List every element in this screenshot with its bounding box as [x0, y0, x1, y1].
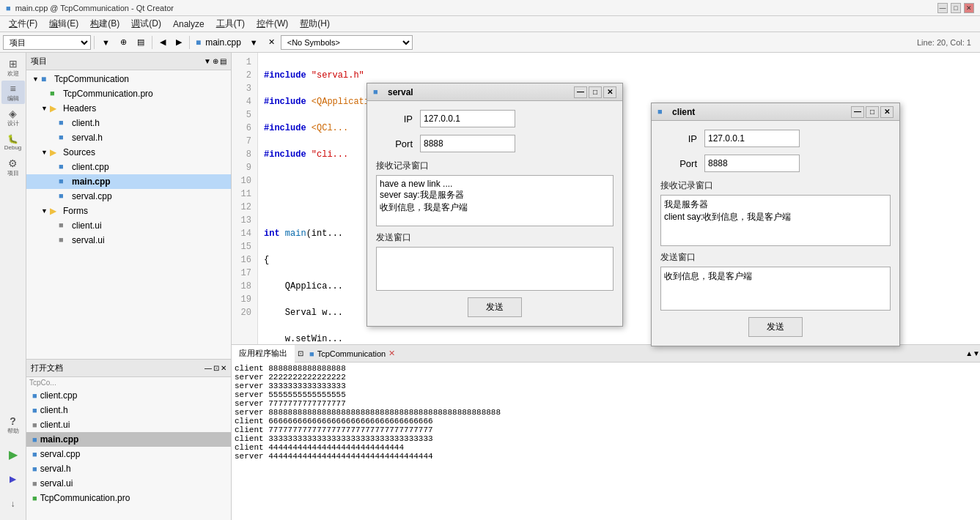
sidebar-layout-btn[interactable]: ▤: [220, 57, 226, 65]
client-send-textarea[interactable]: 收到信息，我是客户端: [660, 267, 891, 311]
menu-analyze[interactable]: Analyze: [167, 18, 210, 31]
tree-item-servalcpp[interactable]: ■ serval.cpp: [26, 189, 231, 204]
tree-item-clientcpp[interactable]: ■ client.cpp: [26, 160, 231, 174]
docs-clienth[interactable]: ■ client.h: [26, 403, 231, 417]
client-port-input[interactable]: [704, 155, 800, 172]
step-button[interactable]: ↓: [1, 492, 25, 516]
minimize-button[interactable]: —: [937, 3, 948, 13]
layout-button[interactable]: ▤: [133, 36, 149, 48]
output-panel: 应用程序输出 ⊡ ■ TcpCommunication ✕ ▲ ▼ client…: [232, 344, 980, 520]
title-text: main.cpp @ TcpCommunication - Qt Creator: [15, 4, 174, 12]
tab-dropdown-button[interactable]: ▼: [246, 37, 262, 48]
client-send-button[interactable]: 发送: [748, 317, 803, 337]
client-close-btn[interactable]: ✕: [880, 106, 894, 118]
docs-servalui-label: serval.ui: [40, 478, 73, 489]
client-dialog-title[interactable]: ■ client — □ ✕: [652, 103, 899, 121]
process-tab[interactable]: ■ TcpCommunication ✕: [309, 349, 395, 358]
docs-servalh[interactable]: ■ serval.h: [26, 461, 231, 476]
symbol-combo[interactable]: <No Symbols>: [281, 35, 413, 50]
tree-item-servalh[interactable]: ■ serval.h: [26, 130, 231, 145]
menu-build[interactable]: 构建(B): [84, 16, 125, 31]
forward-button[interactable]: ▶: [172, 36, 186, 48]
tree-item-servalui[interactable]: ■ serval.ui: [26, 233, 231, 248]
serval-title-icon: ■: [373, 87, 385, 97]
back-button[interactable]: ◀: [155, 36, 170, 48]
serval-minimize-btn[interactable]: —: [574, 86, 587, 98]
client-send-label: 发送窗口: [660, 251, 891, 264]
output-scroll-dn[interactable]: ▼: [973, 349, 980, 357]
serval-port-row: Port: [376, 135, 614, 152]
client-dialog-body: IP Port 接收记录窗口 我是服务器 client say:收到信息，我是客…: [652, 121, 899, 346]
tree-item-pro[interactable]: ■ TcpCommunication.pro: [26, 86, 231, 101]
maximize-button[interactable]: □: [951, 3, 961, 13]
tree-item-forms[interactable]: ▼ ▶ Forms: [26, 204, 231, 218]
tree-item-clienth[interactable]: ■ client.h: [26, 116, 231, 130]
docs-collapse-btn[interactable]: —: [205, 364, 212, 372]
output-line: server 3333333333333333: [235, 382, 977, 390]
tree-item-clientui[interactable]: ■ client.ui: [26, 218, 231, 233]
serval-dialog-title[interactable]: ■ serval — □ ✕: [367, 83, 622, 101]
project-button[interactable]: ⚙ 项目: [1, 155, 25, 179]
output-content[interactable]: client 8888888888888888server 2222222222…: [232, 363, 980, 520]
docs-servalcpp[interactable]: ■ serval.cpp: [26, 447, 231, 461]
serval-send-textarea[interactable]: [376, 247, 614, 291]
tree-item-maincpp[interactable]: ■ main.cpp: [26, 174, 231, 189]
serval-receive-textarea[interactable]: have a new link .... sever say:我是服务器 收到信…: [376, 175, 614, 226]
menu-debug[interactable]: 调试(D): [125, 16, 167, 31]
project-combo[interactable]: 项目: [3, 35, 91, 50]
docs-close-btn[interactable]: ✕: [221, 364, 226, 372]
docs-clientui[interactable]: ■ client.ui: [26, 417, 231, 432]
tree-item-root[interactable]: ▼ ■ TcpCommunication: [26, 72, 231, 86]
output-line: client 4444444444444444444444444444: [235, 443, 977, 452]
client-ip-input[interactable]: [704, 130, 800, 147]
docs-tcppro[interactable]: ■ TcpCommunication.pro: [26, 491, 231, 505]
debug-button[interactable]: 🐛 Debug: [1, 130, 25, 154]
serval-maximize-btn[interactable]: □: [589, 86, 602, 98]
menu-widgets[interactable]: 控件(W): [251, 16, 294, 31]
welcome-button[interactable]: ⊞ 欢迎: [1, 56, 25, 79]
menu-file[interactable]: 文件(F): [3, 16, 43, 31]
clienth-icon: ■: [59, 118, 70, 128]
serval-dialog: ■ serval — □ ✕ IP Port 接收记录窗口 have a new…: [366, 83, 623, 327]
client-receive-textarea[interactable]: 我是服务器 client say:收到信息，我是客户端: [660, 195, 891, 246]
pro-file-icon: ■: [50, 89, 62, 99]
client-maximize-btn[interactable]: □: [866, 106, 879, 118]
sidebar-filter-btn[interactable]: ▼: [204, 57, 211, 65]
process-close-icon[interactable]: ✕: [388, 349, 395, 358]
editor-button[interactable]: ≡ 编辑: [1, 81, 25, 104]
serval-close-btn[interactable]: ✕: [603, 86, 616, 98]
tree-item-headers[interactable]: ▼ ▶ Headers: [26, 101, 231, 116]
debug-run-button[interactable]: ▶: [1, 467, 25, 491]
serval-port-input[interactable]: [420, 135, 515, 152]
menu-edit[interactable]: 编辑(E): [43, 16, 84, 31]
output-scroll-up[interactable]: ▲: [965, 349, 973, 357]
close-tab-button[interactable]: ✕: [264, 36, 279, 48]
help-button[interactable]: ? 帮助: [1, 413, 25, 437]
output-line: client 8888888888888888: [235, 364, 977, 373]
filter-button[interactable]: ▼: [97, 37, 114, 48]
tcp-project-item[interactable]: TcpCo...: [26, 377, 231, 388]
menu-tools[interactable]: 工具(T): [210, 16, 251, 31]
docs-maincpp[interactable]: ■ main.cpp: [26, 432, 231, 447]
docs-float-btn[interactable]: ⊡: [213, 364, 219, 372]
close-button[interactable]: ✕: [964, 3, 974, 13]
tree-item-sources[interactable]: ▼ ▶ Sources: [26, 145, 231, 160]
design-button[interactable]: ◈ 设计: [1, 105, 25, 129]
sidebar-header: 项目 ▼ ⊕ ▤: [26, 53, 231, 70]
run-button[interactable]: ▶: [1, 442, 25, 466]
open-docs-panel: 打开文档 — ⊡ ✕ TcpCo... ■ client.cpp ■: [26, 359, 231, 520]
docs-clientcpp[interactable]: ■ client.cpp: [26, 388, 231, 403]
serval-send-button[interactable]: 发送: [468, 297, 522, 317]
link-button[interactable]: ⊕: [116, 36, 131, 48]
servalui-icon: ■: [59, 235, 70, 245]
serval-ip-input[interactable]: [420, 110, 515, 127]
toolbar-sep-2: [152, 36, 152, 49]
menu-bar: 文件(F) 编辑(E) 构建(B) 调试(D) Analyze 工具(T) 控件…: [0, 16, 980, 32]
sidebar-sync-btn[interactable]: ⊕: [213, 57, 218, 65]
docs-servalui[interactable]: ■ serval.ui: [26, 476, 231, 491]
client-minimize-btn[interactable]: —: [851, 106, 864, 118]
tree-label-root: TcpCommunication: [54, 74, 129, 84]
output-dock-btn[interactable]: ⊡: [298, 349, 303, 357]
menu-help[interactable]: 帮助(H): [294, 16, 336, 31]
output-tab-app[interactable]: 应用程序输出: [232, 345, 295, 363]
